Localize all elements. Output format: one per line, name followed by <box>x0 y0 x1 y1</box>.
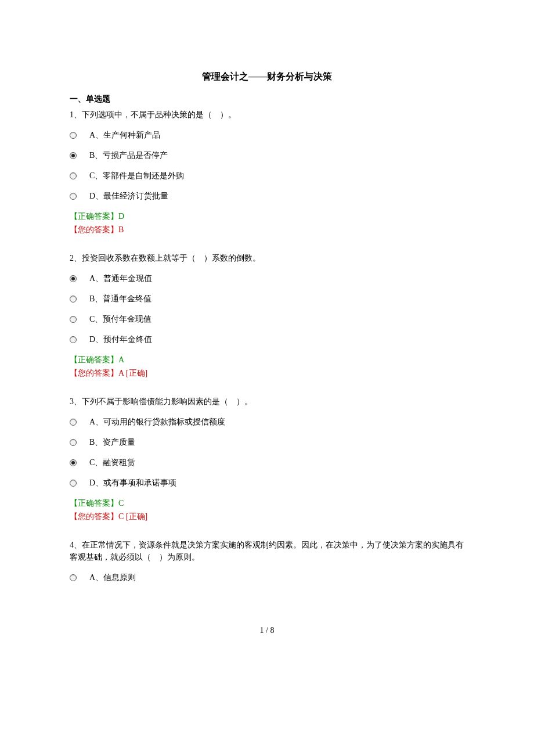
question-block: 3、下列不属于影响偿债能力影响因素的是（ ）。 A、可动用的银行贷款指标或授信额… <box>70 395 464 523</box>
option-label: B、普通年金终值 <box>89 293 151 305</box>
radio-icon[interactable] <box>70 152 77 159</box>
correct-answer: 【正确答案】C <box>70 497 464 509</box>
radio-icon[interactable] <box>70 574 77 581</box>
option-row: D、预付年金终值 <box>70 333 464 345</box>
option-label: A、信息原则 <box>89 571 136 584</box>
document-page: 管理会计之——财务分析与决策 一、单选题 1、下列选项中，不属于品种决策的是（ … <box>0 0 534 660</box>
correct-answer: 【正确答案】D <box>70 210 464 222</box>
option-label: D、预付年金终值 <box>89 333 152 345</box>
radio-icon[interactable] <box>70 132 77 139</box>
radio-icon[interactable] <box>70 172 77 179</box>
question-block: 4、在正常情况下，资源条件就是决策方案实施的客观制约因素。因此，在决策中，为了使… <box>70 539 464 584</box>
option-row: B、亏损产品是否停产 <box>70 149 464 161</box>
your-answer: 【您的答案】A [正确] <box>70 367 464 379</box>
option-label: A、生产何种新产品 <box>89 129 160 141</box>
option-label: A、可动用的银行贷款指标或授信额度 <box>89 416 225 428</box>
question-text: 2、投资回收系数在数额上就等于（ ）系数的倒数。 <box>70 252 464 264</box>
option-row: D、或有事项和承诺事项 <box>70 477 464 489</box>
radio-icon[interactable] <box>70 459 77 466</box>
answer-mark: [正确] <box>124 369 147 377</box>
page-number: 1 / 8 <box>70 624 464 636</box>
option-label: C、零部件是自制还是外购 <box>89 170 184 182</box>
option-label: C、融资租赁 <box>89 456 135 469</box>
option-label: D、或有事项和承诺事项 <box>89 477 176 489</box>
section-header: 一、单选题 <box>70 93 464 105</box>
radio-icon[interactable] <box>70 193 77 200</box>
option-label: D、最佳经济订货批量 <box>89 190 168 202</box>
option-row: C、预付年金现值 <box>70 313 464 325</box>
your-answer: 【您的答案】C [正确] <box>70 510 464 523</box>
radio-icon[interactable] <box>70 296 77 303</box>
your-answer-text: 【您的答案】B <box>70 225 124 234</box>
radio-icon[interactable] <box>70 336 77 343</box>
option-row: C、零部件是自制还是外购 <box>70 170 464 182</box>
question-block: 1、下列选项中，不属于品种决策的是（ ）。 A、生产何种新产品 B、亏损产品是否… <box>70 109 464 236</box>
document-title: 管理会计之——财务分析与决策 <box>70 70 464 84</box>
option-row: C、融资租赁 <box>70 456 464 469</box>
option-label: C、预付年金现值 <box>89 313 151 325</box>
option-label: A、普通年金现值 <box>89 272 152 285</box>
option-row: B、普通年金终值 <box>70 293 464 305</box>
answer-mark: [正确] <box>124 512 147 521</box>
correct-answer: 【正确答案】A <box>70 354 464 366</box>
radio-icon[interactable] <box>70 439 77 446</box>
question-text: 4、在正常情况下，资源条件就是决策方案实施的客观制约因素。因此，在决策中，为了使… <box>70 539 464 563</box>
question-text: 3、下列不属于影响偿债能力影响因素的是（ ）。 <box>70 395 464 408</box>
option-row: A、普通年金现值 <box>70 272 464 285</box>
option-row: A、可动用的银行贷款指标或授信额度 <box>70 416 464 428</box>
option-row: B、资产质量 <box>70 436 464 448</box>
option-row: A、信息原则 <box>70 571 464 584</box>
question-block: 2、投资回收系数在数额上就等于（ ）系数的倒数。 A、普通年金现值 B、普通年金… <box>70 252 464 379</box>
radio-icon[interactable] <box>70 419 77 426</box>
option-row: D、最佳经济订货批量 <box>70 190 464 202</box>
option-label: B、资产质量 <box>89 436 135 448</box>
radio-icon[interactable] <box>70 316 77 323</box>
option-label: B、亏损产品是否停产 <box>89 149 168 161</box>
radio-icon[interactable] <box>70 480 77 487</box>
your-answer: 【您的答案】B <box>70 224 464 236</box>
radio-icon[interactable] <box>70 275 77 282</box>
your-answer-text: 【您的答案】A <box>70 369 124 377</box>
option-row: A、生产何种新产品 <box>70 129 464 141</box>
your-answer-text: 【您的答案】C <box>70 512 124 521</box>
question-text: 1、下列选项中，不属于品种决策的是（ ）。 <box>70 109 464 121</box>
